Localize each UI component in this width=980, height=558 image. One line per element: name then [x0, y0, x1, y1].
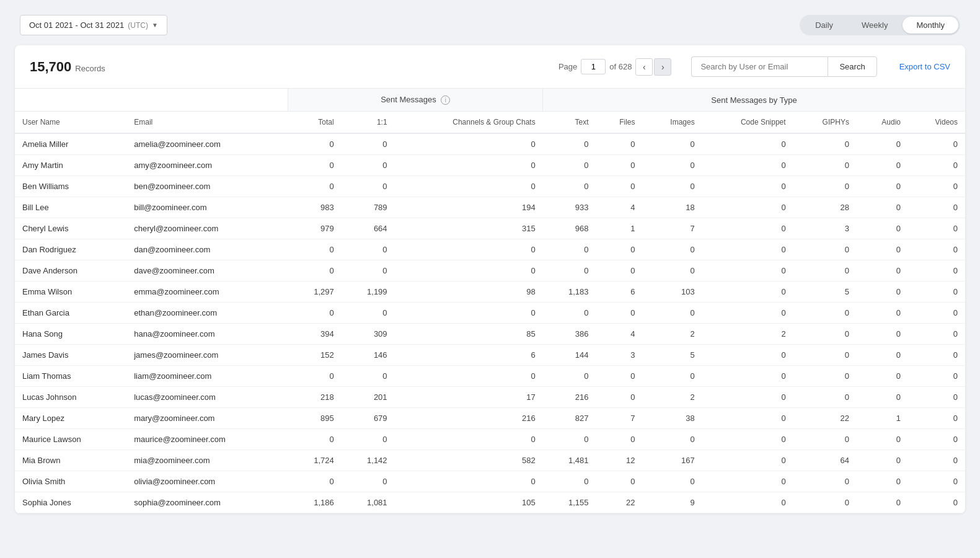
cell-email: amelia@zoomineer.com	[126, 133, 288, 155]
table-row: Mary Lopezmary@zoomineer.com895679216827…	[15, 408, 965, 429]
cell-code_snippet: 0	[702, 155, 793, 176]
cell-username: Ben Williams	[15, 176, 126, 197]
cell-images: 0	[642, 239, 702, 260]
cell-code_snippet: 0	[702, 345, 793, 366]
cell-email: mary@zoomineer.com	[126, 408, 288, 429]
cell-email: dan@zoomineer.com	[126, 239, 288, 260]
col-username: User Name	[15, 112, 126, 134]
cell-total: 0	[288, 155, 342, 176]
cell-videos: 0	[908, 492, 965, 513]
col-channels: Channels & Group Chats	[395, 112, 543, 134]
cell-giphys: 22	[793, 408, 857, 429]
export-csv-button[interactable]: Export to CSV	[899, 62, 950, 71]
cell-audio: 0	[857, 303, 908, 324]
cell-files: 22	[596, 492, 643, 513]
cell-channels: 0	[395, 239, 543, 260]
cell-username: Amy Martin	[15, 155, 126, 176]
cell-text: 0	[543, 155, 596, 176]
cell-one_to_one: 0	[342, 471, 395, 492]
sent-messages-group-header: Sent Messages i	[288, 89, 543, 112]
cell-total: 0	[288, 260, 342, 281]
cell-files: 1	[596, 218, 643, 239]
page-label: Page	[558, 62, 577, 71]
cell-text: 0	[543, 366, 596, 387]
cell-channels: 0	[395, 471, 543, 492]
search-button[interactable]: Search	[828, 56, 876, 77]
cell-email: mia@zoomineer.com	[126, 450, 288, 471]
records-number: 15,700	[30, 59, 71, 75]
cell-files: 6	[596, 281, 643, 303]
sent-messages-info-icon[interactable]: i	[441, 95, 450, 105]
cell-email: emma@zoomineer.com	[126, 281, 288, 303]
cell-giphys: 0	[793, 239, 857, 260]
cell-code_snippet: 0	[702, 133, 793, 155]
cell-email: dave@zoomineer.com	[126, 260, 288, 281]
next-page-button[interactable]: ›	[654, 58, 671, 76]
cell-one_to_one: 0	[342, 366, 395, 387]
cell-images: 2	[642, 324, 702, 345]
cell-images: 2	[642, 387, 702, 408]
tab-monthly[interactable]: Monthly	[903, 17, 958, 33]
cell-total: 979	[288, 218, 342, 239]
col-total: Total	[288, 112, 342, 134]
col-files: Files	[596, 112, 643, 134]
col-code-snippet: Code Snippet	[702, 112, 793, 134]
cell-audio: 0	[857, 387, 908, 408]
cell-text: 0	[543, 176, 596, 197]
cell-audio: 0	[857, 133, 908, 155]
cell-text: 968	[543, 218, 596, 239]
cell-username: Dan Rodriguez	[15, 239, 126, 260]
cell-files: 0	[596, 133, 643, 155]
cell-one_to_one: 0	[342, 260, 395, 281]
cell-videos: 0	[908, 450, 965, 471]
cell-username: Hana Song	[15, 324, 126, 345]
sent-messages-by-type-group-header: Sent Messages by Type	[543, 89, 965, 112]
cell-files: 0	[596, 366, 643, 387]
cell-audio: 0	[857, 239, 908, 260]
cell-channels: 0	[395, 366, 543, 387]
search-input[interactable]	[691, 56, 828, 77]
cell-audio: 0	[857, 155, 908, 176]
cell-videos: 0	[908, 345, 965, 366]
toolbar: 15,700 Records Page of 628 ‹ › Search Ex…	[15, 45, 965, 89]
cell-code_snippet: 0	[702, 366, 793, 387]
table-row: Sophia Jonessophia@zoomineer.com1,1861,0…	[15, 492, 965, 513]
cell-one_to_one: 1,199	[342, 281, 395, 303]
cell-files: 0	[596, 387, 643, 408]
cell-images: 0	[642, 429, 702, 450]
cell-giphys: 0	[793, 429, 857, 450]
cell-email: sophia@zoomineer.com	[126, 492, 288, 513]
cell-videos: 0	[908, 260, 965, 281]
cell-audio: 0	[857, 176, 908, 197]
table-row: Dan Rodriguezdan@zoomineer.com0000000000	[15, 239, 965, 260]
cell-username: Sophia Jones	[15, 492, 126, 513]
cell-total: 983	[288, 197, 342, 218]
cell-username: Dave Anderson	[15, 260, 126, 281]
cell-videos: 0	[908, 471, 965, 492]
cell-giphys: 28	[793, 197, 857, 218]
cell-username: Mia Brown	[15, 450, 126, 471]
table-row: Ethan Garciaethan@zoomineer.com000000000…	[15, 303, 965, 324]
table-row: Bill Leebill@zoomineer.com98378919493341…	[15, 197, 965, 218]
table-row: Lucas Johnsonlucas@zoomineer.com21820117…	[15, 387, 965, 408]
page-input[interactable]	[581, 59, 606, 74]
cell-total: 0	[288, 471, 342, 492]
cell-one_to_one: 679	[342, 408, 395, 429]
date-range-button[interactable]: Oct 01 2021 - Oct 31 2021 (UTC) ▼	[20, 15, 167, 35]
table-row: Mia Brownmia@zoomineer.com1,7241,1425821…	[15, 450, 965, 471]
cell-files: 12	[596, 450, 643, 471]
cell-one_to_one: 664	[342, 218, 395, 239]
cell-code_snippet: 0	[702, 408, 793, 429]
cell-text: 0	[543, 471, 596, 492]
cell-username: Lucas Johnson	[15, 387, 126, 408]
cell-email: hana@zoomineer.com	[126, 324, 288, 345]
date-range-text: Oct 01 2021 - Oct 31 2021	[29, 20, 124, 30]
tab-daily[interactable]: Daily	[801, 17, 847, 33]
cell-giphys: 0	[793, 155, 857, 176]
col-text: Text	[543, 112, 596, 134]
tab-weekly[interactable]: Weekly	[848, 17, 901, 33]
prev-page-button[interactable]: ‹	[635, 58, 653, 76]
cell-images: 0	[642, 133, 702, 155]
dropdown-arrow-icon: ▼	[152, 22, 158, 29]
cell-audio: 0	[857, 218, 908, 239]
